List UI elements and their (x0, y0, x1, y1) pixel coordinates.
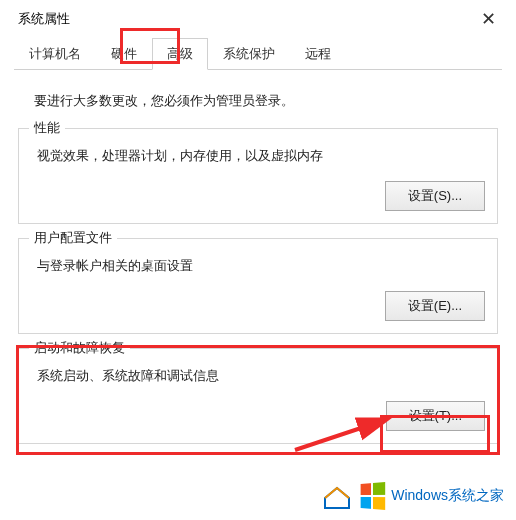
startup-recovery-settings-button[interactable]: 设置(T)... (386, 401, 485, 431)
group-user-profiles-title: 用户配置文件 (29, 229, 117, 247)
group-user-profiles: 用户配置文件 与登录帐户相关的桌面设置 设置(E)... (18, 238, 498, 334)
watermark-text: Windows系统之家 (391, 487, 504, 505)
group-performance-title: 性能 (29, 119, 65, 137)
admin-notice: 要进行大多数更改，您必须作为管理员登录。 (34, 92, 498, 110)
titlebar: 系统属性 ✕ (0, 0, 516, 34)
group-startup-recovery-text: 系统启动、系统故障和调试信息 (37, 367, 485, 385)
house-icon (321, 482, 353, 510)
group-performance: 性能 视觉效果，处理器计划，内存使用，以及虚拟内存 设置(S)... (18, 128, 498, 224)
tab-advanced[interactable]: 高级 (152, 38, 208, 70)
tab-remote[interactable]: 远程 (290, 38, 346, 70)
tab-computer-name[interactable]: 计算机名 (14, 38, 96, 70)
watermark: Windows系统之家 (321, 482, 504, 510)
performance-settings-button[interactable]: 设置(S)... (385, 181, 485, 211)
tab-hardware[interactable]: 硬件 (96, 38, 152, 70)
user-profiles-settings-button[interactable]: 设置(E)... (385, 291, 485, 321)
tab-system-protection[interactable]: 系统保护 (208, 38, 290, 70)
group-startup-recovery-title: 启动和故障恢复 (29, 339, 130, 357)
group-startup-recovery: 启动和故障恢复 系统启动、系统故障和调试信息 设置(T)... (18, 348, 498, 444)
windows-logo-icon (361, 482, 386, 510)
close-icon[interactable]: ✕ (473, 8, 504, 30)
content-area: 要进行大多数更改，您必须作为管理员登录。 性能 视觉效果，处理器计划，内存使用，… (0, 70, 516, 470)
tab-strip: 计算机名 硬件 高级 系统保护 远程 (14, 34, 502, 70)
group-performance-text: 视觉效果，处理器计划，内存使用，以及虚拟内存 (37, 147, 485, 165)
window-title: 系统属性 (18, 10, 70, 28)
group-user-profiles-text: 与登录帐户相关的桌面设置 (37, 257, 485, 275)
